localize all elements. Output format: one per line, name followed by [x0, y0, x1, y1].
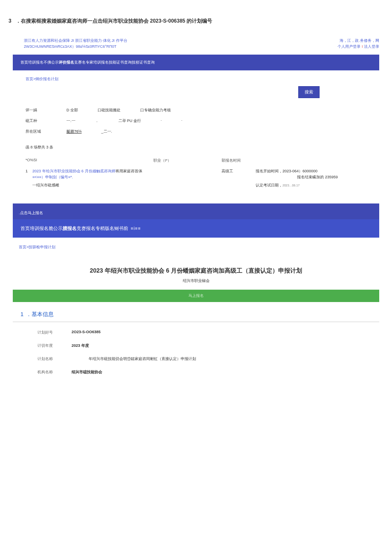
value-org: 绍兴市碹技能协会	[72, 369, 379, 375]
navbar-1: 首页培训报名不佛公示评价报名竞赛名专家培训报名技能证书查询技校证书查询	[13, 55, 379, 70]
info-row-org: 机构名称 绍兴市碹技能协会	[13, 362, 379, 375]
nav1-post[interactable]: 竞赛名专家培训报名技能证书查询技校证书查询	[74, 60, 155, 64]
th-name: *O%SI	[26, 158, 153, 163]
info-row-plan-name: 计划名称 年绍兴市砒技能切会明岱鎚家庭咨同耐虹（直接认定）申报计划	[13, 349, 379, 362]
filter-row-2: 砒工种 一.一 ． 二举 PU 金行 · ·	[13, 116, 379, 126]
nav2-active[interactable]: 腈报名	[63, 225, 77, 232]
click-signup-note: .点击马上报名	[13, 203, 379, 219]
result-time: 报名开始时间，2023-064）6000000 报名结束瞒加的 235959	[256, 169, 379, 180]
result-exam-date: 认定考试日期，2023…06.17	[153, 183, 379, 188]
filter1-opt1[interactable]: D 全部	[66, 108, 78, 113]
step-number: 3	[9, 18, 12, 24]
signup-now-button[interactable]: 马上报名	[13, 290, 379, 302]
filter2-opt5: ·	[182, 118, 183, 124]
breadcrumb-2[interactable]: 首页>技骈检申报计划	[13, 238, 379, 254]
filter2-opt4: ·	[161, 118, 162, 124]
filter2-opt3[interactable]: 二举 PU 金行	[118, 118, 141, 124]
filter3-opt1[interactable]: 艇腈76¼	[66, 129, 82, 134]
section-num: 1	[20, 311, 23, 317]
result-sub-row: 一绍兴市砒感雌 认定考试日期，2023…06.17	[13, 181, 379, 193]
section-text: ．基本信息	[26, 311, 54, 317]
filter3-opt2[interactable]: _二一.	[101, 129, 112, 134]
header-line1: 浙江有人力资源和社会保障 JI 浙江省职业能力·体化 JI 作平台	[24, 38, 127, 44]
step-text: ．在搜索框搜索婚姻家庭咨询师一点击绍兴市职业技能协会 2023-S-006385…	[16, 18, 212, 24]
result-time-start: 报名开始时间，2023-064）6000000	[256, 169, 379, 174]
result-title-black: 将用家庭咨首体	[115, 169, 142, 173]
filter1-opt2[interactable]: 口砒技能搬处	[98, 108, 121, 113]
header-left: 浙江有人力资源和社会保障 JI 浙江省职业能力·体化 JI 作平台 2W3CHU…	[24, 38, 127, 49]
menu-icon[interactable]: ≡i≡≡	[131, 226, 141, 231]
info-row-plan-no: 计划好号 2O23-S-OO6385	[13, 322, 379, 335]
label-org: 机构名称	[37, 369, 72, 375]
value-year: 2023 年度	[72, 343, 379, 349]
exam-date-label: 认定考试日期，	[256, 183, 282, 187]
nav1-pre[interactable]: 首页培训报名不佛公示	[20, 60, 59, 64]
header-line2: 2W3CHUWNRESmRCε3AX）98α¼Sε0RПYC6°RП0T	[24, 44, 127, 50]
screenshot-frame-1: 浙江有人力资源和社会保障 JI 浙江省职业能力·体化 JI 作平台 2W3CHU…	[13, 35, 379, 375]
result-title: 2023 年给兴市职业技能协会 6 月份婚触底咨询师将用家庭咨首体 ≡<≡≡）申…	[32, 169, 153, 180]
label-plan-name: 计划名称	[37, 356, 72, 362]
filter-row-1: 评一娟 D 全部 口砒技能搬处 口专确业能力考核	[13, 105, 379, 116]
navbar-2: 首页培训报名脆公示腈报名竞赛报名专稍版名鲥书前 ≡i≡≡	[13, 219, 379, 238]
step-title: 3．在搜索框搜索婚姻家庭咨询师一点击绍兴市职业技能协会 2023-S-00638…	[9, 17, 383, 25]
nav1-active[interactable]: 评价报名	[59, 60, 74, 64]
login-corp-link[interactable]: 法人登录	[364, 44, 379, 49]
th-job: 职业（I*）	[153, 158, 222, 163]
value-plan-name: 年绍兴市砒技能切会明岱鎚家庭咨同耐虹（直接认定）申报计划	[72, 356, 379, 362]
search-row: 搜索	[13, 86, 379, 98]
result-level: 高级工	[222, 169, 256, 174]
info-row-year: 计切年度 2023 年度	[13, 335, 379, 349]
section-basic-info: 1．基本信息	[13, 302, 379, 322]
result-row-1[interactable]: 1 2023 年给兴市职业技能协会 6 月份婚触底咨询师将用家庭咨首体 ≡<≡≡…	[13, 166, 379, 181]
result-title-blue: 2023 年给兴市职业技能协会 6 月份婚触底咨询师	[32, 169, 115, 173]
filter-row-3: 所在区域 艇腈76¼ _二一.	[13, 126, 379, 137]
label-plan-no: 计划好号	[37, 330, 72, 335]
portal-header: 浙江有人力资源和社会保障 JI 浙江省职业能力·体化 JI 作平台 2W3CHU…	[13, 35, 379, 52]
login-personal-link[interactable]: 个人用户登录	[337, 44, 360, 49]
result-org: 一绍兴市砒感雌	[32, 183, 153, 188]
header-right: 海，江，政.务修务，网 个人用户登录 I 法人登录	[337, 38, 379, 49]
nav2-pre[interactable]: 首页培训报名脆公示	[20, 225, 63, 232]
breadcrumb-1[interactable]: 首页>炯价报名计划	[13, 70, 379, 86]
filter2-opt1[interactable]: 一.一	[66, 118, 75, 124]
th-time: 部报名时间	[222, 158, 256, 163]
filter3-label: 所在区域	[26, 129, 47, 134]
nav2-post[interactable]: 竞赛报名专稍版名鲥书前	[77, 225, 128, 232]
result-sub: ≡<≡≡）申制划（编号≡*.	[32, 174, 153, 180]
value-plan-no: 2O23-S-OO6385	[72, 330, 379, 335]
search-button[interactable]: 搜索	[298, 86, 320, 98]
exam-date-value: 2023…06.17	[282, 184, 300, 187]
filter2-opt2: ．	[95, 118, 99, 124]
header-site: 海，江，政.务修务，网	[337, 38, 379, 44]
label-year: 计切年度	[37, 343, 72, 349]
plan-subtitle: 绍兴市职业椒会	[13, 278, 379, 290]
plan-title: 2023 年绍兴市职业技能协会 6 月份蟠姻家庭咨询加高级工（直接认定）申报计划	[13, 254, 379, 278]
table-header: *O%SI 职业（I*） 部报名时间	[13, 155, 379, 166]
filter1-opt3[interactable]: 口专确业能力考核	[140, 108, 171, 113]
result-count: 函 8 场整共 3 条	[13, 137, 379, 155]
result-time-end: 报名结束瞒加的 235959	[256, 174, 379, 180]
login-separator: I	[362, 44, 363, 49]
filter1-label: 评一娟	[26, 108, 47, 113]
filter2-label: 砒工种	[26, 118, 47, 124]
result-index: 1	[26, 169, 32, 174]
